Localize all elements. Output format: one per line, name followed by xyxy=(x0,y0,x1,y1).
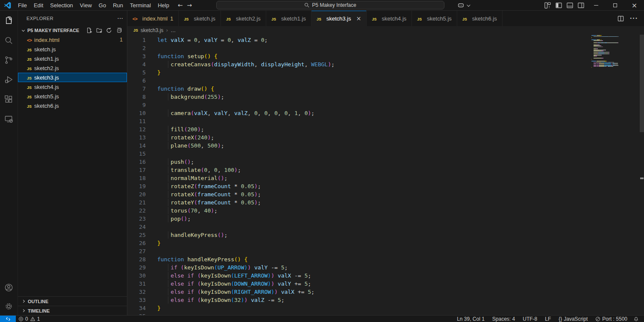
nav-back-icon[interactable]: ← xyxy=(178,2,183,9)
account-icon[interactable] xyxy=(0,278,18,297)
section-timeline[interactable]: TIMELINE xyxy=(18,306,127,315)
split-editor-icon[interactable] xyxy=(618,15,624,22)
file-row-sketch5.js[interactable]: JSsketch5.js xyxy=(18,92,127,101)
code-line-27[interactable]: 27 xyxy=(127,247,644,255)
code-line-22[interactable]: 22 torus(70, 40); xyxy=(127,207,644,215)
run-debug-icon[interactable] xyxy=(0,70,18,89)
remote-explorer-icon[interactable] xyxy=(0,109,18,129)
code-line-4[interactable]: 4 createCanvas(displayWidth, displayHeig… xyxy=(127,60,644,68)
settings-gear-icon[interactable] xyxy=(0,297,18,315)
code-line-15[interactable]: 15 xyxy=(127,150,644,158)
new-file-icon[interactable] xyxy=(86,27,92,33)
tab-sketch1.js[interactable]: JSsketch1.js xyxy=(266,11,312,26)
code-line-13[interactable]: 13 rotateX(240); xyxy=(127,133,644,142)
file-row-sketch2.js[interactable]: JSsketch2.js xyxy=(18,63,127,73)
tab-index.html[interactable]: <>index.html1 xyxy=(127,11,179,26)
minimize-button[interactable] xyxy=(586,0,606,11)
code-line-23[interactable]: 23 pop(); xyxy=(127,215,644,223)
status-indentation[interactable]: Spaces: 4 xyxy=(489,316,518,322)
code-line-7[interactable]: 7function draw() { xyxy=(127,85,644,93)
status-eol[interactable]: LF xyxy=(542,316,554,322)
customize-layout-button[interactable] xyxy=(542,0,553,11)
code-line-3[interactable]: 3function setup() { xyxy=(127,52,644,60)
code-line-18[interactable]: 18 normalMaterial(); xyxy=(127,174,644,182)
file-row-index.html[interactable]: <>index.html1 xyxy=(18,35,127,44)
tab-sketch3.js[interactable]: JSsketch3.js× xyxy=(312,11,367,26)
code-line-17[interactable]: 17 translate(0, 0, 100); xyxy=(127,166,644,174)
toggle-primary-sidebar-button[interactable] xyxy=(553,0,564,11)
code-line-6[interactable]: 6 xyxy=(127,77,644,85)
code-line-34[interactable]: 34} xyxy=(127,304,644,312)
close-tab-icon[interactable]: × xyxy=(356,15,362,22)
code-line-26[interactable]: 26} xyxy=(127,239,644,247)
code-line-29[interactable]: 29 if (keyIsDown(UP_ARROW)) valY -= 5; xyxy=(127,263,644,272)
code-line-21[interactable]: 21 rotateY(frameCount * 0.05); xyxy=(127,198,644,207)
search-view-icon[interactable] xyxy=(0,30,18,50)
explorer-more-actions[interactable]: ··· xyxy=(118,16,124,21)
menu-selection[interactable]: Selection xyxy=(47,1,76,9)
file-row-sketch4.js[interactable]: JSsketch4.js xyxy=(18,82,127,92)
code-line-30[interactable]: 30 else if (keyIsDown(LEFT_ARROW)) valX … xyxy=(127,272,644,280)
nav-forward-icon[interactable]: → xyxy=(187,2,192,9)
file-row-sketch3.js[interactable]: JSsketch3.js xyxy=(18,73,127,82)
status-port[interactable]: Port : 5500 xyxy=(592,316,630,322)
tab-sketch.js[interactable]: JSsketch.js xyxy=(179,11,221,26)
close-window-button[interactable]: × xyxy=(625,0,644,11)
code-editor[interactable]: 1let valX = 0, valY = 0, valZ = 0;23func… xyxy=(127,35,644,315)
new-folder-icon[interactable] xyxy=(96,27,102,33)
vertical-scrollbar[interactable] xyxy=(640,35,644,132)
refresh-icon[interactable] xyxy=(106,27,112,33)
code-line-8[interactable]: 8 background(255); xyxy=(127,93,644,101)
status-language-mode[interactable]: {}JavaScript xyxy=(556,316,591,322)
source-control-icon[interactable] xyxy=(0,50,18,70)
tab-sketch2.js[interactable]: JSsketch2.js xyxy=(221,11,266,26)
tab-sketch5.js[interactable]: JSsketch5.js xyxy=(412,11,457,26)
menu-run[interactable]: Run xyxy=(109,1,126,9)
breadcrumb-file[interactable]: sketch3.js xyxy=(141,27,163,33)
notifications-bell[interactable] xyxy=(630,316,644,322)
code-line-10[interactable]: 10 camera(valX, valY, valZ, 0, 0, 0, 0, … xyxy=(127,109,644,117)
menu-go[interactable]: Go xyxy=(95,1,109,9)
code-line-11[interactable]: 11 xyxy=(127,117,644,125)
copilot-menu[interactable] xyxy=(457,2,469,9)
problems-indicator[interactable]: 0 1 xyxy=(16,316,42,322)
code-line-25[interactable]: 25 handleKeyPress(); xyxy=(127,231,644,239)
code-line-19[interactable]: 19 rotateZ(frameCount * 0.05); xyxy=(127,182,644,190)
code-line-24[interactable]: 24 xyxy=(127,223,644,231)
menu-terminal[interactable]: Terminal xyxy=(126,1,154,9)
code-line-9[interactable]: 9 xyxy=(127,101,644,109)
file-row-sketch.js[interactable]: JSsketch.js xyxy=(18,44,127,54)
maximize-button[interactable] xyxy=(606,0,625,11)
editor-more-actions[interactable]: ··· xyxy=(630,15,638,22)
code-line-16[interactable]: 16 push(); xyxy=(127,158,644,166)
tab-sketch4.js[interactable]: JSsketch4.js xyxy=(367,11,412,26)
toggle-secondary-sidebar-button[interactable] xyxy=(575,0,586,11)
code-line-14[interactable]: 14 plane(500, 500); xyxy=(127,142,644,150)
status-cursor-position[interactable]: Ln 39, Col 1 xyxy=(454,316,488,322)
menu-edit[interactable]: Edit xyxy=(30,1,47,9)
menu-help[interactable]: Help xyxy=(154,1,173,9)
code-line-2[interactable]: 2 xyxy=(127,44,644,52)
collapse-folders-icon[interactable] xyxy=(116,27,122,33)
status-encoding[interactable]: UTF-8 xyxy=(520,316,540,322)
command-center-search[interactable]: P5 Makey Interface xyxy=(216,1,444,9)
code-line-28[interactable]: 28function handleKeyPress() { xyxy=(127,255,644,263)
explorer-icon[interactable] xyxy=(0,11,18,30)
section-outline[interactable]: OUTLINE xyxy=(18,296,127,306)
code-line-33[interactable]: 33 else if (keyIsDown(32)) valZ -= 5; xyxy=(127,296,644,304)
file-row-sketch6.js[interactable]: JSsketch6.js xyxy=(18,101,127,110)
code-line-1[interactable]: 1let valX = 0, valY = 0, valZ = 0; xyxy=(127,36,644,44)
workspace-folder-row[interactable]: P5 MAKEY INTERFACE xyxy=(18,26,127,35)
code-line-35[interactable]: 35 xyxy=(127,312,644,315)
code-line-31[interactable]: 31 else if (keyIsDown(DOWN_ARROW)) valY … xyxy=(127,280,644,288)
toggle-panel-button[interactable] xyxy=(564,0,575,11)
breadcrumb-symbol[interactable]: … xyxy=(171,27,176,33)
code-line-32[interactable]: 32 else if (keyIsDown(RIGHT_ARROW)) valX… xyxy=(127,288,644,296)
menu-view[interactable]: View xyxy=(76,1,95,9)
menu-file[interactable]: File xyxy=(15,1,30,9)
code-line-12[interactable]: 12 fill(200); xyxy=(127,125,644,133)
remote-indicator[interactable] xyxy=(0,316,16,322)
code-line-20[interactable]: 20 rotateX(frameCount * 0.05); xyxy=(127,190,644,198)
code-line-5[interactable]: 5} xyxy=(127,68,644,77)
extensions-icon[interactable] xyxy=(0,89,18,109)
